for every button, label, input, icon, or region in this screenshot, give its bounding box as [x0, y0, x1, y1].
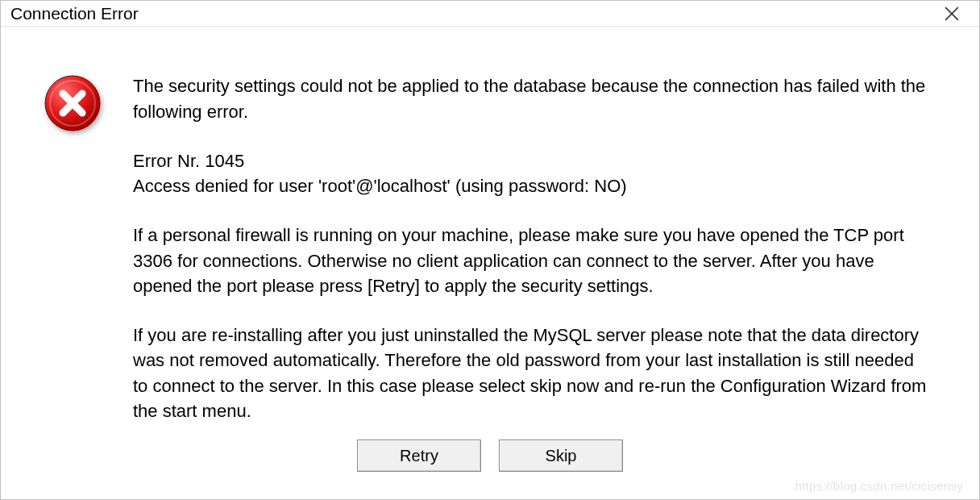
skip-button[interactable]: Skip — [499, 440, 623, 472]
intro-text: The security settings could not be appli… — [133, 73, 929, 123]
error-nr-label: Error Nr. — [133, 151, 200, 171]
connection-error-dialog: Connection Error — [0, 0, 980, 500]
error-detail-text: Access denied for user 'root'@'localhost… — [133, 173, 929, 198]
retry-button[interactable]: Retry — [357, 440, 481, 472]
icon-column — [43, 73, 102, 423]
error-nr-value: 1045 — [205, 151, 244, 171]
error-number-line: Error Nr. 1045 — [133, 148, 929, 173]
close-icon — [945, 6, 959, 21]
window-title: Connection Error — [10, 4, 139, 23]
message-text: The security settings could not be appli… — [133, 73, 929, 423]
button-row: Retry Skip — [1, 440, 979, 499]
dialog-content: The security settings could not be appli… — [1, 27, 979, 440]
error-icon — [43, 73, 102, 133]
reinstall-hint-text: If you are re-installing after you just … — [133, 323, 929, 423]
titlebar: Connection Error — [1, 1, 979, 27]
firewall-hint-text: If a personal firewall is running on you… — [133, 223, 929, 298]
close-button[interactable] — [936, 2, 968, 26]
